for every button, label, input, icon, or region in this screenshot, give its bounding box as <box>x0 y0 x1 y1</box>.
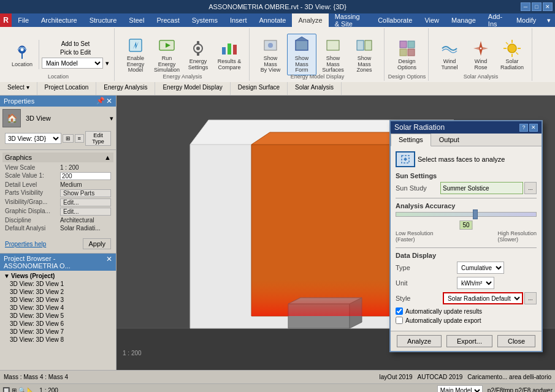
view-item-5[interactable]: 3D View: 3D View 5 <box>1 312 115 320</box>
minimize-btn[interactable]: ─ <box>521 2 530 11</box>
tab-collaborate[interactable]: Collaborate <box>372 13 418 27</box>
view-dropdown-arrow[interactable]: ▾ <box>110 115 113 123</box>
wind-rose-btn[interactable]: WindRose <box>466 37 496 72</box>
run-energy-icon <box>157 36 177 55</box>
export-btn[interactable]: Export... <box>446 335 492 347</box>
project-location-tab[interactable]: Project Location <box>37 82 97 95</box>
enable-energy-btn[interactable]: Enable EnergyModel <box>121 34 150 75</box>
tab-view[interactable]: View <box>418 13 445 27</box>
parts-vis-value[interactable]: Show Parts <box>60 189 111 197</box>
svg-rect-19 <box>400 49 407 56</box>
view-item-6[interactable]: 3D View: 3D View 6 <box>1 320 115 328</box>
svg-rect-9 <box>228 43 231 55</box>
slider-track[interactable] <box>396 212 537 217</box>
show-mass-zones-btn[interactable]: Show MassZones <box>350 34 379 75</box>
output-tab[interactable]: Output <box>431 134 467 146</box>
select-tab[interactable]: Select ▾ <box>0 82 37 95</box>
view-item-4[interactable]: 3D View: 3D View 4 <box>1 304 115 312</box>
style-label: Style <box>396 295 443 302</box>
svg-rect-6 <box>197 41 199 44</box>
view-item-7[interactable]: 3D View: 3D View 7 <box>1 328 115 336</box>
add-to-set-btn[interactable]: Add to Set <box>42 40 109 48</box>
view-name-dropdown[interactable]: 3D View: {3D} <box>5 133 61 144</box>
energy-model-section[interactable]: Energy Model Display <box>155 82 230 95</box>
scale-value-input[interactable]: 200 <box>60 172 111 180</box>
views-root[interactable]: ▼ Views (Project) <box>1 272 115 280</box>
view-name-area: 3D View <box>23 114 107 123</box>
project-browser-close[interactable]: ✕ <box>106 255 112 270</box>
close-dialog-btn[interactable]: Close <box>497 335 535 347</box>
solar-analysis-bar[interactable]: Solar Analysis <box>288 82 342 95</box>
view-item-1[interactable]: 3D View: 3D View 1 <box>1 280 115 288</box>
tab-file[interactable]: File <box>12 13 35 27</box>
style-browse-btn[interactable]: ... <box>524 292 537 304</box>
tab-annotate[interactable]: Annotate <box>253 13 292 27</box>
view-item-2[interactable]: 3D View: 3D View 2 <box>1 288 115 296</box>
energy-settings-btn[interactable]: EnergySettings <box>183 37 213 72</box>
settings-tab[interactable]: Settings <box>391 134 431 146</box>
sun-study-browse-btn[interactable]: ... <box>524 182 537 194</box>
tab-addins[interactable]: Add-Ins <box>482 13 510 27</box>
view-selector: 🏠 3D View ▾ <box>2 109 113 127</box>
design-surface-section[interactable]: Design Surface <box>231 82 288 95</box>
view-ctrl-1[interactable]: ⊞ <box>63 134 74 143</box>
tab-modify[interactable]: Modify <box>510 13 542 27</box>
graphic-display-value[interactable]: Edit... <box>60 208 111 216</box>
tab-analyze[interactable]: Analyze <box>292 13 328 27</box>
tab-structure[interactable]: Structure <box>83 13 123 27</box>
properties-link[interactable]: Properties help <box>2 239 48 249</box>
properties-close[interactable]: ✕ <box>106 97 112 105</box>
maximize-btn[interactable]: □ <box>532 2 542 11</box>
tab-systems[interactable]: Systems <box>186 13 224 27</box>
unit-dropdown[interactable]: kWh/m² <box>457 277 494 289</box>
sun-study-input[interactable] <box>440 182 523 194</box>
dialog-help-btn[interactable]: ? <box>519 124 528 132</box>
views-label: Views (Project) <box>11 273 55 279</box>
vis-graphics-value[interactable]: Edit... <box>60 198 111 206</box>
slider-thumb[interactable] <box>473 209 478 219</box>
tab-steel[interactable]: Steel <box>123 13 150 27</box>
style-dropdown[interactable]: Solar Radiation Default <box>443 292 523 304</box>
dropdown-arrow[interactable]: ▾ <box>542 13 555 27</box>
tab-massing[interactable]: Massing & Site <box>329 13 372 27</box>
apply-btn[interactable]: Apply <box>83 238 111 249</box>
properties-pin[interactable]: 📌 <box>96 97 105 105</box>
auto-update-results-checkbox[interactable] <box>396 307 403 315</box>
graphics-header[interactable]: Graphics ▲ <box>2 153 113 162</box>
tab-precast[interactable]: Precast <box>150 13 185 27</box>
wind-tunnel-btn[interactable]: WindTunnel <box>435 37 464 72</box>
results-compare-btn[interactable]: Results &Compare <box>215 37 244 72</box>
analyze-btn[interactable]: Analyze <box>397 335 442 347</box>
show-mass-form-btn[interactable]: Show MassForm <box>287 34 316 76</box>
edit-type-btn[interactable]: Edit Type <box>85 131 111 146</box>
revit-logo[interactable]: R <box>0 13 12 27</box>
run-energy-btn[interactable]: Run EnergySimulation <box>152 34 182 75</box>
view-item-3[interactable]: 3D View: 3D View 3 <box>1 296 115 304</box>
show-mass-surfaces-btn[interactable]: Show MassSurfaces <box>318 34 348 75</box>
ribbon-group-energy: Enable EnergyModel Run EnergySimulation <box>116 28 250 81</box>
energy-analysis-section[interactable]: Energy Analysis <box>96 82 155 95</box>
view-ctrl-2[interactable]: ≡ <box>75 134 84 143</box>
parts-vis-label: Parts Visibility <box>5 189 60 197</box>
close-btn[interactable]: ✕ <box>543 2 553 11</box>
select-mass-btn[interactable] <box>396 151 415 167</box>
model-dropdown[interactable]: Main Model <box>42 58 103 69</box>
type-dropdown[interactable]: Cumulative <box>457 262 504 274</box>
view-item-8[interactable]: 3D View: 3D View 8 <box>1 336 115 344</box>
tab-insert[interactable]: Insert <box>224 13 253 27</box>
enable-energy-icon <box>126 36 145 55</box>
model-selector[interactable]: Main Model <box>437 385 483 393</box>
dialog-close-btn[interactable]: ✕ <box>529 124 538 132</box>
show-mass-view-btn[interactable]: Show MassBy View <box>256 34 285 75</box>
auto-update-export-checkbox[interactable] <box>396 317 403 324</box>
tab-manage[interactable]: Manage <box>445 13 482 27</box>
solar-radiation-btn[interactable]: SolarRadiation <box>497 37 527 72</box>
canvas-area[interactable]: 1 : 200 Solar Radiation ? ✕ Settings Out… <box>117 96 555 370</box>
location-btn[interactable]: Location <box>7 40 37 69</box>
bottom-extra: p2/F8tmp p2/F8.andwer <box>488 387 553 392</box>
design-options-btn[interactable]: DesignOptions <box>392 37 422 72</box>
tab-architecture[interactable]: Architecture <box>35 13 83 27</box>
sun-settings-label: Sun Settings <box>396 172 537 179</box>
pick-to-edit-btn[interactable]: Pick to Edit <box>42 48 109 56</box>
graphics-collapse[interactable]: ▲ <box>104 154 111 161</box>
